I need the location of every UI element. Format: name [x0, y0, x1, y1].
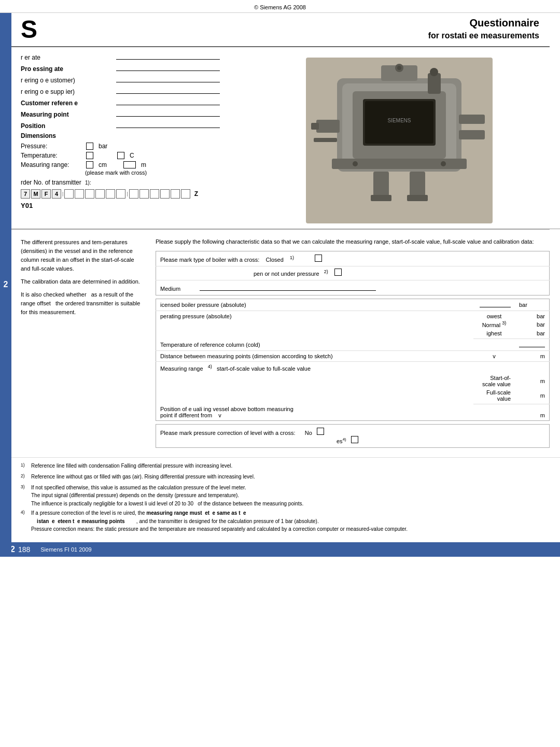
processing-date-row: Pro essing ate [21, 64, 249, 73]
bottom-para2: The calibration data are determined in a… [21, 277, 145, 286]
position-field [116, 121, 220, 128]
svg-point-25 [446, 109, 451, 115]
svg-rect-8 [311, 123, 319, 130]
page-footer: 2 188 Siemens FI 01 2009 [0, 542, 560, 557]
boiler-closed-label: Closed [266, 257, 284, 263]
customer-ref-row: Customer referen e [21, 98, 249, 107]
title-block: Questionnaire for rostati ee measurement… [428, 17, 539, 40]
temp-checkbox1[interactable] [86, 152, 93, 159]
equalizing-vessel-row: Position of e uali ing vessel above bott… [156, 404, 550, 421]
ob8 [139, 189, 149, 199]
fn3-num: 3) [21, 484, 31, 508]
boiler-row1: Please mark type of boiler with a cross:… [156, 251, 550, 266]
title-sub: for rostati ee measurements [428, 31, 539, 40]
svg-rect-17 [407, 195, 428, 201]
normal-label: Normal 3) [482, 322, 507, 328]
order-date-row: r er ate [21, 52, 249, 61]
full-scale-label: Full-scale value [486, 389, 511, 402]
boiler-closed-checkbox[interactable] [315, 255, 322, 262]
range-checkbox1[interactable] [86, 161, 93, 168]
pressure-checkbox[interactable] [86, 143, 93, 150]
correction-yes-label: es4) [337, 438, 348, 444]
footer-publisher: Siemens FI 01 2009 [40, 546, 91, 553]
operating-pressure-label: perating pressure (absolute) [160, 313, 232, 319]
fn1-num: 1) [21, 462, 31, 471]
svg-rect-14 [373, 172, 389, 198]
equalizing-vessel-label: Position of e uali ing vessel above bott… [160, 406, 293, 418]
section-number: 2 [4, 280, 8, 289]
boiler-mark-cell: Please mark type of boiler with a cross:… [156, 251, 550, 266]
measuring-point-label: Measuring point [21, 111, 114, 118]
ob12 [181, 189, 190, 199]
measuring-point-field [116, 109, 220, 117]
range-unit1: cm [99, 161, 107, 168]
boiler-footnote2: 2) [324, 270, 328, 275]
ob2 [75, 189, 84, 199]
order-sep1: | [62, 191, 63, 196]
licensed-pressure-field [480, 301, 511, 307]
dimensions-header: Dimensions [21, 132, 249, 139]
svg-point-22 [430, 68, 438, 76]
svg-rect-9 [459, 115, 485, 124]
order-sep2: | [127, 191, 128, 196]
temp-checkbox2[interactable] [117, 152, 124, 159]
licensed-pressure-row: icensed boiler pressure (absolute) bar [156, 299, 550, 311]
processing-date-field [116, 64, 220, 71]
y01-label: Y01 [21, 202, 249, 209]
ob11 [171, 189, 180, 199]
dimensions-label: Dimensions [21, 132, 56, 139]
svg-point-20 [441, 161, 446, 166]
order-no-footnote: 1): [85, 180, 91, 186]
fn1-text: Reference line filled with condensation … [31, 462, 232, 471]
svg-rect-7 [316, 120, 340, 133]
fn2-text: Reference line without gas or filled wit… [31, 473, 255, 482]
ordering-customer-field [116, 75, 220, 82]
fn3-content: If not specified otherwise, this value i… [31, 484, 303, 508]
footnotes-section: 1) Reference line filled with condensati… [0, 457, 560, 540]
order-code-row: 7 M F 4 | | Z [21, 189, 249, 199]
range-checkbox2[interactable] [123, 161, 136, 168]
boiler-medium-cell: Medium [156, 280, 550, 295]
page-header: © Siemens AG 2008 [0, 0, 560, 13]
svg-rect-23 [314, 138, 337, 142]
bottom-section: The different pressures and tem-perature… [0, 230, 560, 457]
order-code-M: M [31, 189, 40, 199]
correction-table: Please mark pressure correction of level… [156, 424, 550, 448]
correction-yes-checkbox[interactable] [351, 436, 358, 443]
ordering-customer-label: r ering o e ustomer) [21, 77, 114, 84]
logo: S [21, 17, 37, 42]
medium-label: Medium [160, 286, 180, 292]
ob10 [160, 189, 170, 199]
lowest-label: owest [487, 313, 502, 319]
footnote-4: 4) If a pressure correction of the level… [21, 509, 550, 533]
boiler-open-cell: pen or not under pressure 2) [156, 266, 550, 280]
ob9 [150, 189, 159, 199]
footer-page-code: 188 [18, 545, 30, 554]
ob6 [116, 189, 125, 199]
temp-ref-field [519, 341, 545, 347]
copyright-text: © Siemens AG 2008 [254, 4, 306, 10]
boiler-open-checkbox[interactable] [334, 269, 342, 276]
form-section: r er ate Pro essing ate r ering o e usto… [21, 52, 249, 223]
svg-point-24 [446, 99, 451, 104]
full-scale-row: Full-scale value m [156, 388, 550, 404]
boiler-footnote1: 1) [290, 256, 294, 261]
fn3-text2: The input signal (differential pressure)… [31, 492, 239, 498]
svg-rect-18 [332, 159, 467, 169]
licensed-pressure-label: icensed boiler pressure (absolute) [160, 302, 246, 308]
bottom-para3: It is also checked whether as a result o… [21, 290, 145, 317]
boiler-open-label: pen or not under pressure [254, 271, 319, 277]
customer-ref-field [116, 98, 220, 105]
svg-rect-21 [428, 73, 441, 94]
boiler-row2: pen or not under pressure 2) [156, 266, 550, 280]
svg-rect-15 [410, 172, 425, 198]
start-scale-row: Start-of-scale value m [156, 374, 550, 388]
pressure-row: Pressure: bar [21, 143, 249, 150]
fn2-num: 2) [21, 473, 31, 482]
svg-text:SIEMENS: SIEMENS [387, 118, 411, 123]
temperature-label: Temperature: [21, 152, 83, 159]
svg-point-13 [397, 66, 401, 70]
ob1 [64, 189, 74, 199]
order-code-F: F [41, 189, 51, 199]
correction-no-checkbox[interactable] [317, 428, 324, 435]
